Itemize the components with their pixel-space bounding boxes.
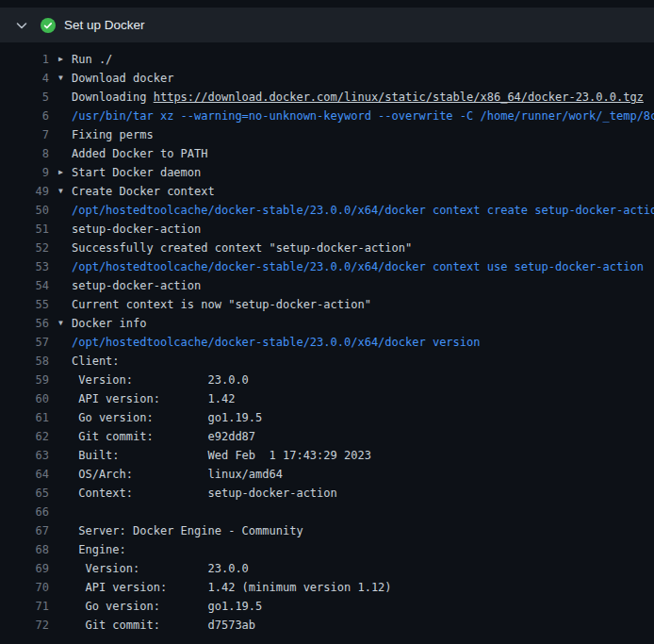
line-number[interactable]: 56	[0, 314, 49, 333]
line-number[interactable]: 61	[0, 408, 49, 427]
success-check-icon	[41, 18, 56, 33]
line-number[interactable]: 60	[0, 389, 49, 408]
line-number[interactable]: 52	[0, 239, 49, 257]
log-row: 69 Version: 23.0.0	[0, 559, 654, 578]
log-plain-text: Start Docker daemon	[72, 166, 201, 179]
log-line-content: setup-docker-action	[49, 276, 654, 295]
line-number[interactable]: 9	[0, 163, 49, 182]
log-viewer: 1▶Run ./4▼Download docker5Downloading ht…	[0, 42, 654, 635]
log-line-content: Downloading https://download.docker.com/…	[49, 88, 654, 107]
log-plain-text: Client:	[72, 355, 120, 368]
step-header[interactable]: Set up Docker	[0, 8, 654, 42]
log-plain-text: Current context is now "setup-docker-act…	[72, 298, 371, 311]
log-group-row[interactable]: 49▼Create Docker context	[0, 182, 654, 201]
log-line-content: Go version: go1.19.5	[49, 597, 654, 616]
log-line-content: ▶Run ./	[49, 50, 654, 69]
log-group-row[interactable]: 56▼Docker info	[0, 314, 654, 333]
line-number[interactable]: 49	[0, 182, 49, 201]
log-line-content: setup-docker-action	[49, 220, 654, 239]
log-command-text: /usr/bin/tar xz --warning=no-unknown-key…	[72, 109, 654, 123]
log-line-content: /usr/bin/tar xz --warning=no-unknown-key…	[49, 107, 654, 125]
log-row: 68 Engine:	[0, 540, 654, 559]
log-plain-text: Server: Docker Engine - Community	[72, 524, 303, 537]
log-plain-text: Context: setup-docker-action	[72, 487, 337, 500]
log-plain-text: API version: 1.42 (minimum version 1.12)	[72, 581, 392, 594]
log-plain-text: Fixing perms	[72, 128, 154, 141]
log-plain-text: Run ./	[72, 53, 112, 66]
log-group-row[interactable]: 1▶Run ./	[0, 50, 654, 69]
log-line-content: API version: 1.42	[49, 389, 654, 408]
log-link[interactable]: https://download.docker.com/linux/static…	[154, 91, 644, 104]
group-collapsed-icon[interactable]: ▶	[58, 50, 63, 69]
log-line-content: Go version: go1.19.5	[49, 408, 654, 427]
group-expanded-icon[interactable]: ▼	[58, 69, 63, 88]
line-number[interactable]: 59	[0, 371, 49, 389]
line-number[interactable]: 71	[0, 597, 49, 616]
log-group-row[interactable]: 4▼Download docker	[0, 69, 654, 88]
log-line-content: OS/Arch: linux/amd64	[49, 465, 654, 484]
line-number[interactable]: 5	[0, 88, 49, 107]
line-number[interactable]: 8	[0, 144, 49, 163]
log-row: 72 Git commit: d7573ab	[0, 616, 654, 635]
line-number[interactable]: 1	[0, 50, 49, 69]
log-line-content: Client:	[49, 352, 654, 371]
log-row: 65 Context: setup-docker-action	[0, 484, 654, 503]
log-line-content: Built: Wed Feb 1 17:43:29 2023	[49, 446, 654, 465]
line-number[interactable]: 64	[0, 465, 49, 484]
log-row: 71 Go version: go1.19.5	[0, 597, 654, 616]
log-row: 8Added Docker to PATH	[0, 144, 654, 163]
log-row: 57/opt/hostedtoolcache/docker-stable/23.…	[0, 333, 654, 352]
line-number[interactable]: 65	[0, 484, 49, 503]
line-number[interactable]: 68	[0, 540, 49, 559]
log-line-content: ▼Download docker	[49, 69, 654, 88]
group-expanded-icon[interactable]: ▼	[58, 314, 63, 333]
log-row: 5Downloading https://download.docker.com…	[0, 88, 654, 107]
log-line-content: Engine:	[49, 540, 654, 559]
log-plain-text: Successfully created context "setup-dock…	[72, 241, 412, 255]
log-row: 52Successfully created context "setup-do…	[0, 239, 654, 257]
log-row: 7Fixing perms	[0, 125, 654, 144]
log-line-content: ▼Docker info	[49, 314, 654, 333]
log-plain-text: Git commit: d7573ab	[72, 619, 255, 632]
line-number[interactable]: 69	[0, 559, 49, 578]
log-row: 50/opt/hostedtoolcache/docker-stable/23.…	[0, 201, 654, 220]
chevron-down-icon[interactable]	[14, 18, 29, 33]
log-line-content: Current context is now "setup-docker-act…	[49, 295, 654, 314]
group-expanded-icon[interactable]: ▼	[58, 182, 63, 201]
line-number[interactable]: 55	[0, 295, 49, 314]
line-number[interactable]: 67	[0, 521, 49, 540]
log-row: 64 OS/Arch: linux/amd64	[0, 465, 654, 484]
line-number[interactable]: 72	[0, 616, 49, 635]
log-line-content: Successfully created context "setup-dock…	[49, 239, 654, 257]
line-number[interactable]: 70	[0, 578, 49, 597]
log-line-content: Git commit: d7573ab	[49, 616, 654, 635]
log-row: 58Client:	[0, 352, 654, 371]
line-number[interactable]: 66	[0, 503, 49, 521]
log-plain-text: Engine:	[72, 543, 126, 556]
log-group-row[interactable]: 9▶Start Docker daemon	[0, 163, 654, 182]
log-line-content: Context: setup-docker-action	[49, 484, 654, 503]
line-number[interactable]: 63	[0, 446, 49, 465]
line-number[interactable]: 57	[0, 333, 49, 352]
line-number[interactable]: 50	[0, 201, 49, 220]
line-number[interactable]: 51	[0, 220, 49, 239]
log-row: 59 Version: 23.0.0	[0, 371, 654, 389]
log-line-content: /opt/hostedtoolcache/docker-stable/23.0.…	[49, 257, 654, 276]
log-plain-text: Git commit: e92dd87	[72, 430, 255, 443]
group-collapsed-icon[interactable]: ▶	[58, 163, 63, 182]
line-number[interactable]: 62	[0, 427, 49, 446]
log-command-text: /opt/hostedtoolcache/docker-stable/23.0.…	[72, 260, 644, 273]
line-number[interactable]: 7	[0, 125, 49, 144]
log-row: 53/opt/hostedtoolcache/docker-stable/23.…	[0, 257, 654, 276]
log-line-content: /opt/hostedtoolcache/docker-stable/23.0.…	[49, 333, 654, 352]
step-title: Set up Docker	[64, 18, 145, 32]
log-plain-text: Built: Wed Feb 1 17:43:29 2023	[72, 449, 371, 462]
line-number[interactable]: 4	[0, 69, 49, 88]
line-number[interactable]: 58	[0, 352, 49, 371]
log-plain-text: API version: 1.42	[72, 392, 235, 405]
line-number[interactable]: 53	[0, 257, 49, 276]
line-number[interactable]: 6	[0, 107, 49, 125]
line-number[interactable]: 54	[0, 276, 49, 295]
log-row: 60 API version: 1.42	[0, 389, 654, 408]
log-plain-text: setup-docker-action	[72, 223, 201, 236]
